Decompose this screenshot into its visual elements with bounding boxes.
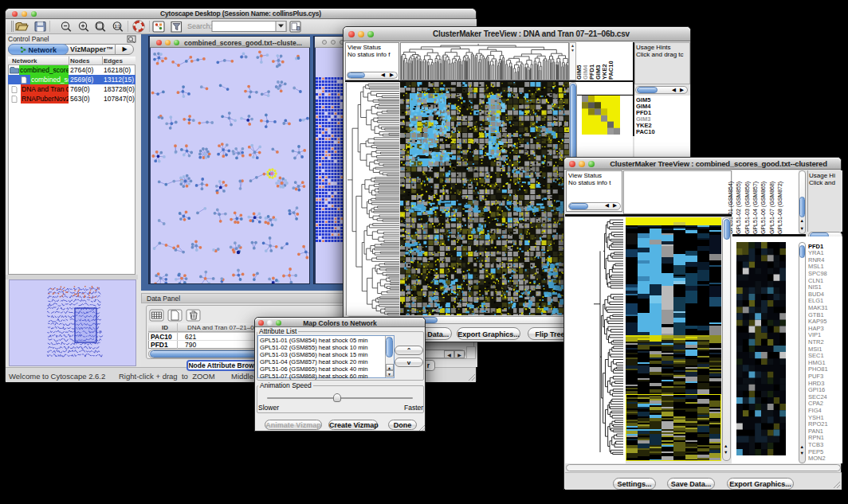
svg-text:1:1: 1:1 bbox=[115, 24, 120, 29]
svg-text:Search:: Search: bbox=[187, 22, 212, 30]
